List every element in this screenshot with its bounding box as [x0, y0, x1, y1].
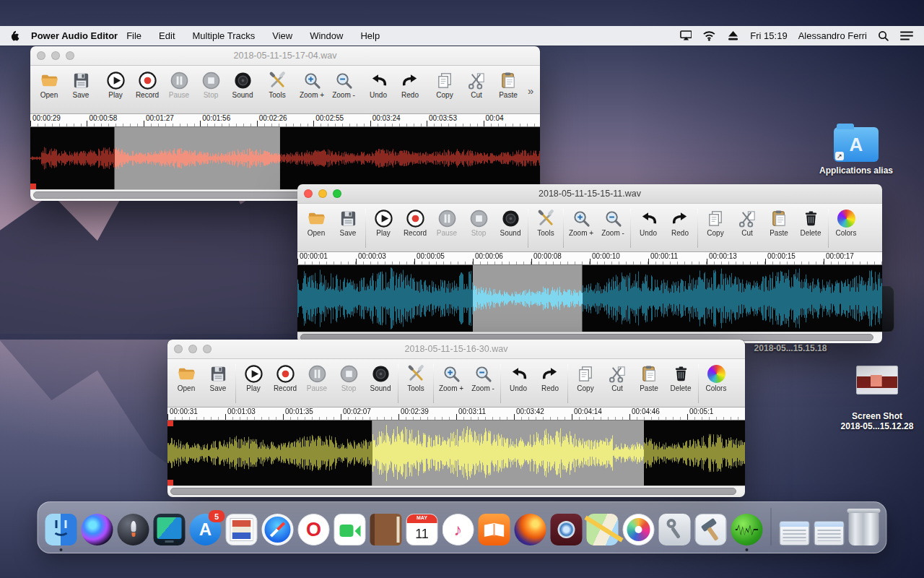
dock-item-books[interactable]	[479, 514, 510, 545]
toolbar-button-pause[interactable]: Pause	[301, 361, 333, 407]
menu-clock[interactable]: Fri 15:19	[750, 30, 787, 41]
toolbar-button-tools[interactable]: Tools	[530, 205, 562, 251]
toolbar-button-zoom[interactable]: Zoom -	[467, 361, 499, 407]
notification-center-icon[interactable]	[899, 30, 914, 41]
menu-help[interactable]: Help	[360, 30, 380, 41]
menu-edit[interactable]: Edit	[159, 30, 175, 41]
dock-item-app-store[interactable]: A5	[190, 514, 222, 545]
toolbar-button-play[interactable]: Play	[100, 67, 131, 113]
dock-item-trash[interactable]	[849, 511, 879, 545]
titlebar[interactable]: 2018-05-11-15-16-30.wav	[167, 340, 745, 359]
waveform-canvas[interactable]	[167, 420, 745, 486]
waveform-canvas[interactable]	[30, 127, 540, 189]
dock-item-safari[interactable]	[262, 514, 294, 545]
titlebar[interactable]: 2018-05-11-15-17-04.wav	[30, 46, 540, 66]
dock-item-photo-booth[interactable]	[551, 514, 583, 545]
dock-item-siri[interactable]	[82, 514, 113, 545]
dock-item-launchpad[interactable]	[118, 514, 149, 545]
waveform-area[interactable]	[297, 265, 882, 332]
desktop-icon-applications-alias[interactable]: ↗ Applications alias	[806, 127, 907, 176]
menu-user[interactable]: Alessandro Ferri	[798, 30, 867, 41]
dock-item-facetime[interactable]	[334, 514, 366, 545]
desktop-icon-recording-file-label[interactable]: 2018-05...15.15.18	[742, 343, 839, 353]
toolbar-button-undo[interactable]: Undo	[502, 361, 534, 407]
toolbar-button-sound[interactable]: Sound	[227, 67, 258, 113]
desktop-icon-screenshot[interactable]: Screen Shot 2018-05...15.12.28	[829, 366, 924, 431]
toolbar-button-zoom[interactable]: Zoom -	[597, 205, 629, 251]
toolbar-button-colors[interactable]: Colors	[700, 361, 732, 407]
toolbar-button-zoom[interactable]: Zoom -	[328, 67, 359, 113]
toolbar-button-paste[interactable]: Paste	[492, 67, 524, 113]
dock-item-maps[interactable]	[587, 514, 619, 545]
dock-item-keychain-access[interactable]	[659, 514, 691, 545]
toolbar-button-zoom[interactable]: Zoom +	[296, 67, 328, 113]
toolbar-button-copy[interactable]: Copy	[429, 67, 461, 113]
toolbar-button-paste[interactable]: Paste	[633, 361, 665, 407]
toolbar-button-zoom[interactable]: Zoom +	[435, 361, 467, 407]
toolbar-button-record[interactable]: Record	[399, 205, 431, 251]
toolbar-button-save[interactable]: Save	[202, 361, 234, 407]
selection-marker[interactable]	[167, 480, 173, 486]
menu-multiple-tracks[interactable]: Multiple Tracks	[193, 30, 256, 41]
toolbar-button-redo[interactable]: Redo	[534, 361, 566, 407]
dock-item-firefox[interactable]	[515, 514, 546, 545]
dock-item-opera[interactable]: O	[298, 514, 330, 545]
airplay-icon[interactable]	[680, 30, 692, 41]
scrollbar-thumb[interactable]	[170, 488, 736, 495]
dock-item-calendar[interactable]: MAY11	[406, 514, 438, 545]
toolbar-button-redo[interactable]: Redo	[394, 67, 426, 113]
toolbar-button-redo[interactable]: Redo	[664, 205, 696, 251]
toolbar-button-play[interactable]: Play	[367, 205, 399, 251]
toolbar-button-undo[interactable]: Undo	[362, 67, 394, 113]
toolbar-button-record[interactable]: Record	[269, 361, 301, 407]
selection-marker[interactable]	[30, 184, 36, 189]
toolbar-button-copy[interactable]: Copy	[699, 205, 731, 251]
horizontal-scrollbar[interactable]	[167, 486, 745, 497]
toolbar-button-stop[interactable]: Stop	[333, 361, 365, 407]
toolbar-button-stop[interactable]: Stop	[463, 205, 494, 251]
spotlight-search-icon[interactable]	[878, 30, 889, 41]
toolbar-button-delete[interactable]: Delete	[665, 361, 697, 407]
toolbar-button-pause[interactable]: Pause	[163, 67, 195, 113]
toolbar-button-record[interactable]: Record	[131, 67, 163, 113]
toolbar-button-colors[interactable]: Colors	[830, 205, 862, 251]
waveform-area[interactable]	[30, 127, 540, 189]
dock-item-mail[interactable]	[226, 514, 258, 545]
menu-view[interactable]: View	[272, 30, 292, 41]
toolbar-button-save[interactable]: Save	[65, 67, 97, 113]
dock-item-minimized-window-2[interactable]	[814, 521, 845, 545]
dock-item-xcode[interactable]	[695, 514, 727, 545]
toolbar-button-cut[interactable]: Cut	[461, 67, 492, 113]
toolbar-button-paste[interactable]: Paste	[763, 205, 795, 251]
dock-item-finder[interactable]	[45, 514, 77, 545]
toolbar-button-play[interactable]: Play	[237, 361, 269, 407]
toolbar-button-cut[interactable]: Cut	[601, 361, 633, 407]
toolbar-button-cut[interactable]: Cut	[731, 205, 763, 251]
app-menu[interactable]: Power Audio Editor	[31, 30, 118, 41]
eject-icon[interactable]	[727, 30, 739, 41]
waveform-canvas[interactable]	[297, 265, 882, 332]
toolbar-button-zoom[interactable]: Zoom +	[565, 205, 597, 251]
menu-file[interactable]: File	[126, 30, 141, 41]
toolbar-overflow-button[interactable]: »	[524, 85, 537, 97]
toolbar-button-open[interactable]: Open	[33, 67, 65, 113]
dock-item-contacts[interactable]	[370, 514, 402, 545]
dock-item-minimized-window-1[interactable]	[780, 521, 810, 545]
dock-item-mission-control[interactable]	[154, 514, 186, 545]
toolbar-button-open[interactable]: Open	[300, 205, 332, 251]
selection-marker[interactable]	[167, 420, 173, 426]
titlebar[interactable]: 2018-05-11-15-15-11.wav	[297, 184, 882, 204]
apple-menu[interactable]	[10, 30, 19, 42]
dock-item-power-audio-editor[interactable]	[731, 514, 763, 545]
toolbar-button-copy[interactable]: Copy	[570, 361, 601, 407]
menu-window[interactable]: Window	[310, 30, 343, 41]
toolbar-button-tools[interactable]: Tools	[261, 67, 293, 113]
toolbar-button-pause[interactable]: Pause	[431, 205, 463, 251]
toolbar-button-sound[interactable]: Sound	[365, 361, 396, 407]
toolbar-button-stop[interactable]: Stop	[195, 67, 227, 113]
wifi-icon[interactable]	[702, 30, 716, 41]
toolbar-button-tools[interactable]: Tools	[400, 361, 432, 407]
toolbar-button-delete[interactable]: Delete	[795, 205, 827, 251]
toolbar-button-save[interactable]: Save	[332, 205, 364, 251]
dock-item-itunes[interactable]: ♪	[443, 514, 474, 545]
